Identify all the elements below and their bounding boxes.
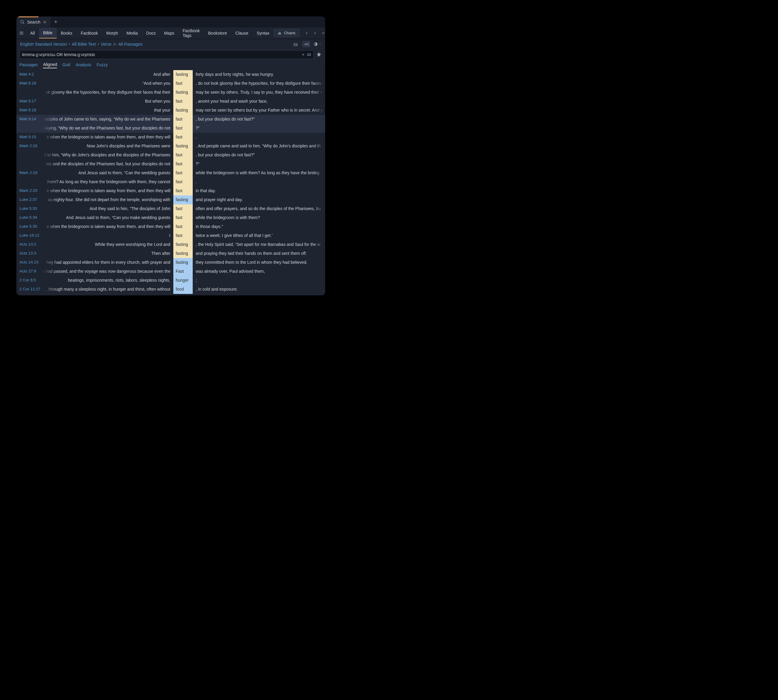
match-term: fast [173, 115, 193, 124]
result-row[interactable]: Acts 14:23hey had appointed elders for t… [17, 258, 325, 267]
view-tab-fuzzy[interactable]: Fuzzy [97, 62, 108, 68]
toolbar-item-bible[interactable]: Bible [39, 28, 57, 38]
result-row[interactable]: Luke 5:34And Jesus said to them, “Can yo… [17, 213, 325, 222]
context-before: saying, “Why do we and the Pharisees fas… [41, 124, 173, 133]
view-tab-analysis[interactable]: Analysis [76, 62, 91, 68]
verse-reference[interactable]: Acts 13:3 [17, 249, 41, 258]
verse-reference[interactable]: Matt 9:15 [17, 133, 41, 142]
forward-button[interactable] [311, 29, 319, 37]
verse-reference[interactable]: Mark 2:18 [17, 142, 41, 151]
result-row[interactable]: Matt 6:16“And when youfast, do not look … [17, 79, 325, 88]
verse-reference[interactable]: Matt 4:2 [17, 70, 41, 79]
toolbar-item-factbook[interactable]: Factbook [77, 28, 102, 38]
toolbar-item-clause[interactable]: Clause [231, 28, 253, 38]
search-actions [301, 53, 311, 57]
verse-reference[interactable]: Luke 5:34 [17, 213, 41, 222]
result-row[interactable]: them? As long as they have the bridegroo… [17, 178, 325, 187]
result-row[interactable]: les and the disciples of the Pharisees f… [17, 160, 325, 168]
app-window: Search AllBibleBooksFactbookMorphMediaDo… [17, 17, 325, 295]
verse-reference[interactable]: Matt 6:17 [17, 97, 41, 106]
result-row[interactable]: Acts 13:3Then afterfastingand praying th… [17, 249, 325, 258]
scope-range[interactable]: All Passages [118, 42, 143, 47]
verse-reference[interactable]: Matt 6:18 [17, 106, 41, 115]
verse-reference[interactable]: Matt 6:16 [17, 79, 41, 88]
toolbar-item-media[interactable]: Media [122, 28, 142, 38]
result-row[interactable]: Luke 18:12Ifasttwice a week; I give tith… [17, 231, 325, 240]
verse-reference[interactable]: Acts 14:23 [17, 258, 41, 267]
result-row[interactable]: d to him, “Why do John's disciples and t… [17, 151, 325, 160]
match-term: fast [173, 213, 193, 222]
verse-reference[interactable]: 2 Cor 11:27 [17, 285, 41, 294]
toolbar-item-docs[interactable]: Docs [142, 28, 160, 38]
verse-reference[interactable]: Mark 2:20 [17, 187, 41, 195]
match-term: fasting [173, 142, 193, 151]
scope-unit[interactable]: Verse [101, 42, 112, 47]
plus-icon[interactable] [301, 53, 305, 57]
toolbar-item-morph[interactable]: Morph [102, 28, 122, 38]
result-row[interactable]: Mark 2:19And Jesus said to them, “Can th… [17, 168, 325, 178]
chevron-right-icon [313, 31, 317, 35]
scope-bar: English Standard Version • All Bible Tex… [17, 39, 325, 49]
result-row[interactable]: Matt 6:18that yourfastingmay not be seen… [17, 106, 325, 115]
verse-reference[interactable]: Matt 9:14 [17, 115, 41, 124]
scope-version[interactable]: English Standard Version [20, 42, 67, 47]
result-row[interactable]: Acts 13:2While they were worshiping the … [17, 240, 325, 249]
scope-right: Aa -ed [292, 41, 322, 47]
match-term: Fast [173, 267, 193, 276]
verse-reference [17, 160, 41, 168]
view-tab-aligned[interactable]: Aligned [43, 62, 57, 68]
toolbar-item-factbook-tags[interactable]: Factbook Tags [178, 26, 204, 41]
view-tab-grid[interactable]: Grid [62, 62, 70, 68]
match-forms-toggle[interactable]: -ed [302, 41, 310, 47]
result-row[interactable]: 2 Cor 11:27, through many a sleepless ni… [17, 285, 325, 294]
nav-arrows [303, 29, 325, 37]
verse-reference[interactable]: Acts 27:9 [17, 267, 41, 276]
match-term: fast [173, 79, 193, 88]
result-row[interactable]: Mark 2:20e when the bridegroom is taken … [17, 187, 325, 195]
result-row[interactable]: Mark 2:18Now John's disciples and the Ph… [17, 142, 325, 151]
context-after: often and offer prayers, and so do the d… [193, 204, 325, 213]
result-row[interactable]: 2 Cor 6:5beatings, imprisonments, riots,… [17, 276, 325, 285]
history-dropdown[interactable] [319, 29, 325, 37]
toolbar-item-books[interactable]: Books [57, 28, 77, 38]
search-input[interactable] [22, 52, 301, 57]
result-row[interactable]: Matt 9:15e when the bridegroom is taken … [17, 133, 325, 142]
verse-reference[interactable]: Acts 13:2 [17, 240, 41, 249]
svg-rect-9 [278, 33, 279, 35]
verse-reference[interactable]: Luke 5:35 [17, 222, 41, 231]
context-before: d to him, “Why do John's disciples and t… [41, 151, 173, 160]
toolbar-item-all[interactable]: All [26, 28, 39, 38]
verse-reference[interactable]: Luke 18:12 [17, 231, 41, 240]
scope-text[interactable]: All Bible Text [72, 42, 96, 47]
verse-reference[interactable]: Luke 5:33 [17, 204, 41, 213]
result-row[interactable]: Luke 5:33And they said to him, “The disc… [17, 204, 325, 213]
toolbar-item-bookstore[interactable]: Bookstore [204, 28, 231, 38]
view-tab-passages[interactable]: Passages [19, 62, 38, 68]
verse-reference[interactable]: 2 Cor 6:5 [17, 276, 41, 285]
result-row[interactable]: Matt 4:2And afterfastingforty days and f… [17, 70, 325, 79]
toolbar-item-syntax[interactable]: Syntax [252, 28, 273, 38]
toolbar-item-maps[interactable]: Maps [160, 28, 178, 38]
appearance-button[interactable] [313, 42, 322, 47]
charts-button[interactable]: Charts [273, 29, 299, 37]
result-row[interactable]: Luke 5:35e when the bridegroom is taken … [17, 222, 325, 231]
star-icon [316, 52, 322, 57]
result-row[interactable]: Luke 2:37as eighty-four. She did not dep… [17, 195, 325, 204]
back-button[interactable] [303, 29, 311, 37]
result-row[interactable]: Matt 6:17But when youfast, anoint your h… [17, 97, 325, 106]
match-term: fasting [173, 70, 193, 79]
close-icon[interactable] [43, 20, 47, 24]
match-case-toggle[interactable]: Aa [292, 41, 299, 47]
match-term: fast [173, 187, 193, 195]
result-row[interactable]: Acts 27:9e had passed, and the voyage wa… [17, 267, 325, 276]
verse-reference[interactable]: Luke 2:37 [17, 195, 41, 204]
menu-button[interactable] [19, 30, 24, 36]
keyboard-icon[interactable] [307, 53, 311, 57]
result-row[interactable]: saying, “Why do we and the Pharisees fas… [17, 124, 325, 133]
plus-icon [53, 19, 58, 24]
result-row[interactable]: ok gloomy like the hypocrites, for they … [17, 88, 325, 97]
favorite-button[interactable] [316, 52, 322, 58]
result-row[interactable]: Matt 9:14isciples of John came to him, s… [17, 115, 325, 124]
verse-reference[interactable]: Mark 2:19 [17, 168, 41, 178]
scope-in: in [113, 42, 117, 47]
